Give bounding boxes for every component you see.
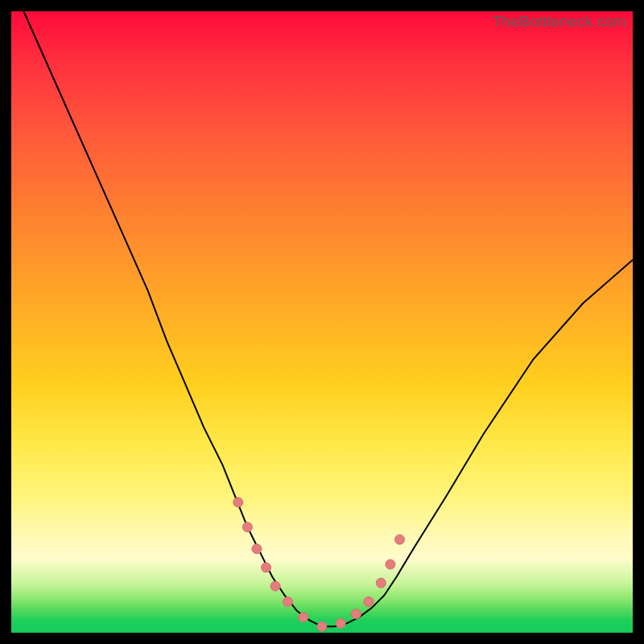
- highlight-dot: [317, 621, 327, 631]
- highlight-dot: [252, 544, 262, 554]
- highlight-dot: [336, 618, 345, 628]
- plot-area: TheBottleneck.com: [11, 11, 633, 633]
- highlight-dot: [262, 563, 271, 572]
- highlight-dot: [386, 559, 395, 569]
- highlight-dot: [283, 597, 293, 606]
- highlight-dot: [270, 581, 280, 591]
- highlight-dot: [299, 613, 308, 622]
- highlight-dot: [376, 578, 386, 588]
- highlight-dot: [233, 497, 243, 507]
- bottleneck-curve: [23, 11, 633, 626]
- chart-frame: TheBottleneck.com: [0, 0, 644, 644]
- highlight-dot: [352, 609, 361, 619]
- curve-layer: [11, 11, 633, 633]
- highlight-dot: [364, 597, 374, 606]
- highlight-dot: [395, 535, 405, 544]
- highlight-markers: [233, 497, 405, 631]
- highlight-dot: [242, 522, 252, 532]
